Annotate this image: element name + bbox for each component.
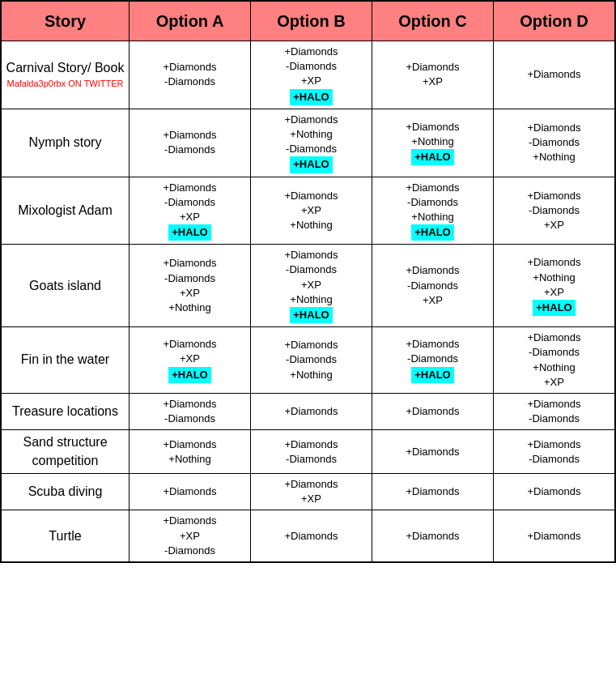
option-a-cell-3: +Diamonds-Diamonds+XP+Nothing — [130, 245, 251, 327]
option-line: -Diamonds — [529, 136, 580, 148]
option-line: +Nothing — [411, 135, 453, 147]
option-line: -Diamonds — [286, 60, 337, 72]
option-d-cell-5: +Diamonds-Diamonds — [494, 393, 615, 429]
option-line: +Diamonds — [406, 264, 459, 276]
option-line: +Nothing — [290, 293, 332, 305]
option-d-cell-4: +Diamonds-Diamonds+Nothing+XP — [494, 327, 615, 394]
option-line: +Nothing — [533, 271, 575, 284]
option-line: +XP — [544, 376, 564, 388]
option-line: +Diamonds — [163, 129, 216, 141]
option-line: +XP — [301, 204, 321, 216]
option-line: +Diamonds — [163, 485, 216, 497]
option-line: +Diamonds — [527, 256, 580, 268]
option-line: +Diamonds — [163, 514, 216, 527]
option-b-cell-8: +Diamonds — [251, 510, 372, 562]
option-a-cell-0: +Diamonds-Diamonds — [130, 41, 251, 109]
option-line: +Diamonds — [163, 181, 216, 194]
option-line: +XP — [180, 211, 200, 223]
option-line: +XP — [544, 286, 564, 298]
option-line: +XP — [423, 294, 443, 306]
option-line: -Diamonds — [164, 272, 215, 284]
option-b-cell-5: +Diamonds — [251, 393, 372, 429]
halo-badge-3: +HALO — [533, 300, 575, 316]
halo-badge-0: +HALO — [290, 89, 332, 105]
option-a-cell-2: +Diamonds-Diamonds+XP+HALO — [130, 177, 251, 245]
option-line: +XP — [301, 493, 321, 505]
option-line: +Diamonds — [406, 181, 459, 194]
story-cell-2: Mixologist Adam — [2, 177, 130, 245]
option-line: +Diamonds — [406, 61, 459, 73]
option-line: +Diamonds — [527, 485, 580, 497]
halo-badge-1: +HALO — [290, 156, 332, 173]
option-line: +Diamonds — [163, 438, 216, 450]
option-line: +Diamonds — [527, 68, 580, 80]
option-line: +XP — [180, 530, 200, 542]
option-d-cell-3: +Diamonds+Nothing+XP+HALO — [494, 245, 615, 327]
option-b-cell-1: +Diamonds+Nothing-Diamonds+HALO — [251, 109, 372, 177]
option-d-cell-7: +Diamonds — [494, 474, 615, 510]
option-line: -Diamonds — [407, 352, 458, 365]
option-line: +Nothing — [290, 369, 332, 381]
option-line: +Diamonds — [406, 405, 459, 417]
option-b-cell-7: +Diamonds+XP — [251, 474, 372, 510]
header-story: Story — [2, 2, 130, 41]
halo-badge-3: +HALO — [290, 307, 332, 323]
story-cell-6: Sand structure competition — [2, 430, 130, 474]
option-c-cell-6: +Diamonds — [372, 430, 494, 474]
option-a-cell-4: +Diamonds+XP+HALO — [130, 327, 251, 394]
story-cell-1: Nymph story — [2, 109, 130, 177]
option-line: +Nothing — [411, 211, 453, 223]
option-line: +Diamonds — [406, 121, 459, 133]
option-c-cell-0: +Diamonds+XP — [372, 41, 494, 109]
option-line: +Diamonds — [284, 339, 338, 351]
option-d-cell-2: +Diamonds-Diamonds+XP — [494, 177, 615, 245]
option-line: +Diamonds — [527, 331, 580, 343]
option-line: -Diamonds — [529, 346, 580, 358]
option-line: +XP — [423, 75, 443, 87]
option-line: +Diamonds — [406, 338, 459, 350]
option-line: +Nothing — [168, 301, 210, 314]
story-cell-0: Carnival Story/ BookMafalda3p0rbx ON TWI… — [2, 41, 130, 109]
option-c-cell-3: +Diamonds-Diamonds+XP — [372, 245, 494, 327]
option-line: +Nothing — [290, 128, 332, 140]
option-d-cell-0: +Diamonds — [494, 41, 615, 109]
option-line: +Diamonds — [406, 485, 459, 497]
option-line: +XP — [301, 279, 321, 291]
header-option-c: Option C — [372, 2, 494, 41]
header-option-b: Option B — [251, 2, 372, 41]
option-line: +Diamonds — [406, 446, 459, 458]
option-c-cell-2: +Diamonds-Diamonds+Nothing+HALO — [372, 177, 494, 245]
option-line: +Diamonds — [163, 338, 216, 350]
option-line: -Diamonds — [164, 143, 215, 156]
option-line: +XP — [180, 352, 200, 365]
option-line: +Nothing — [533, 361, 575, 373]
option-line: -Diamonds — [286, 143, 337, 155]
option-line: +Diamonds — [163, 257, 216, 269]
story-cell-3: Goats island — [2, 245, 130, 327]
option-line: +Nothing — [290, 219, 332, 231]
option-line: +Diamonds — [406, 530, 459, 542]
twitter-note-0: Mafalda3p0rbx ON TWITTER — [3, 78, 127, 90]
option-line: +Diamonds — [527, 530, 580, 542]
option-line: -Diamonds — [529, 453, 580, 465]
option-c-cell-5: +Diamonds — [372, 393, 494, 429]
halo-badge-1: +HALO — [411, 149, 453, 165]
story-cell-7: Scuba diving — [2, 474, 130, 510]
option-b-cell-4: +Diamonds-Diamonds+Nothing — [251, 327, 372, 394]
option-a-cell-1: +Diamonds-Diamonds — [130, 109, 251, 177]
story-cell-8: Turtle — [2, 510, 130, 562]
option-line: -Diamonds — [286, 263, 337, 275]
option-line: +Diamonds — [284, 45, 338, 58]
option-line: +Diamonds — [284, 478, 338, 490]
option-a-cell-7: +Diamonds — [130, 474, 251, 510]
story-cell-4: Fin in the water — [2, 327, 130, 394]
option-b-cell-2: +Diamonds+XP+Nothing — [251, 177, 372, 245]
option-line: +Diamonds — [527, 438, 580, 450]
option-a-cell-6: +Diamonds+Nothing — [130, 430, 251, 474]
option-line: +Diamonds — [163, 398, 216, 410]
option-c-cell-7: +Diamonds — [372, 474, 494, 510]
option-line: +Diamonds — [527, 122, 580, 134]
option-line: -Diamonds — [407, 196, 458, 208]
option-line: +Nothing — [168, 453, 210, 465]
option-d-cell-8: +Diamonds — [494, 510, 615, 562]
